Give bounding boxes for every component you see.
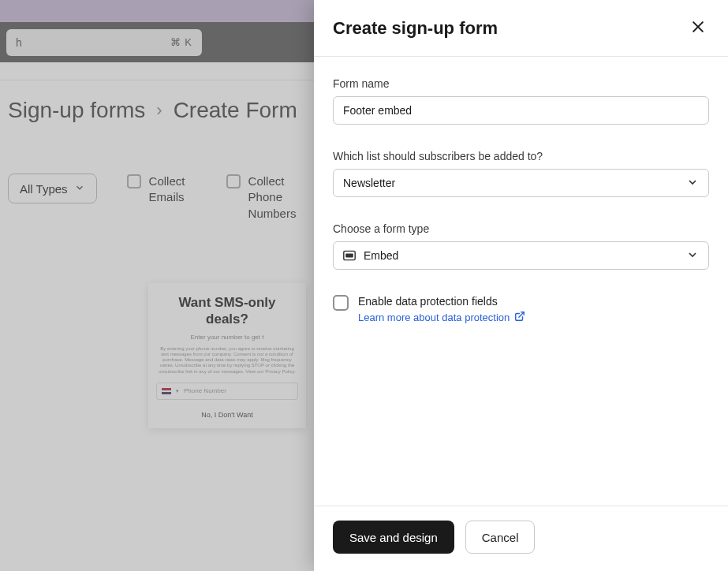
learn-link-text: Learn more about data protection xyxy=(358,312,510,323)
chevron-down-icon xyxy=(686,176,699,191)
list-select[interactable]: Newsletter xyxy=(333,169,709,197)
cancel-button[interactable]: Cancel xyxy=(465,521,536,554)
panel-body: Form name Which list should subscribers … xyxy=(314,57,728,506)
type-select-value: Embed xyxy=(364,249,398,262)
close-button[interactable] xyxy=(687,16,709,40)
external-link-icon xyxy=(514,311,525,324)
panel-header: Create sign-up form xyxy=(314,0,728,57)
form-name-field: Form name xyxy=(333,77,709,125)
type-select-label: Choose a form type xyxy=(333,222,709,235)
data-protection-learn-link[interactable]: Learn more about data protection xyxy=(358,311,525,324)
chevron-down-icon xyxy=(686,248,699,263)
data-protection-checkbox-row: Enable data protection fields Learn more… xyxy=(333,295,709,324)
svg-line-4 xyxy=(519,312,524,317)
panel-title: Create sign-up form xyxy=(333,18,498,39)
form-name-input[interactable] xyxy=(333,96,709,125)
type-select[interactable]: Embed xyxy=(333,241,709,270)
panel-footer: Save and design Cancel xyxy=(314,506,728,571)
close-icon xyxy=(690,25,706,37)
data-protection-checkbox[interactable] xyxy=(333,295,349,311)
type-select-field: Choose a form type Embed xyxy=(333,222,709,270)
data-protection-label: Enable data protection fields xyxy=(358,295,525,308)
create-form-panel: Create sign-up form Form name Which list… xyxy=(314,0,728,571)
form-name-label: Form name xyxy=(333,77,709,90)
list-select-value: Newsletter xyxy=(343,177,395,189)
list-select-label: Which list should subscribers be added t… xyxy=(333,150,709,162)
save-and-design-button[interactable]: Save and design xyxy=(333,521,454,554)
embed-icon xyxy=(343,250,356,261)
list-select-field: Which list should subscribers be added t… xyxy=(333,150,709,197)
svg-rect-3 xyxy=(345,254,353,258)
